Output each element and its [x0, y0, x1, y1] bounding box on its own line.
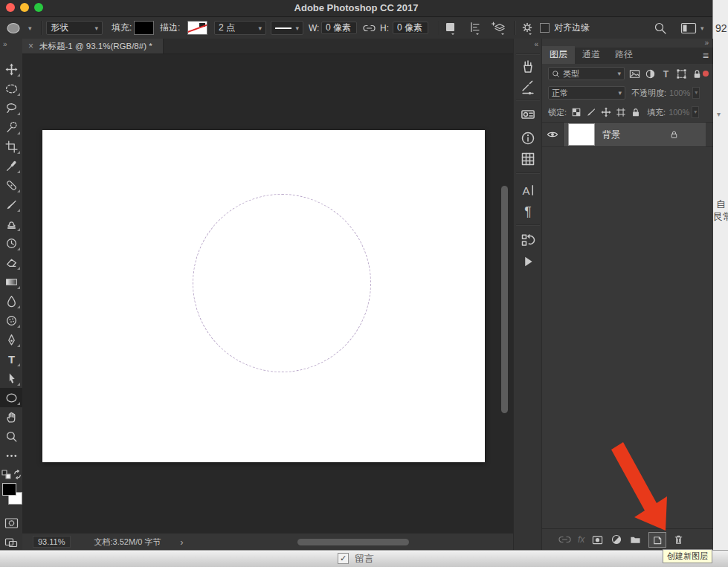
swatches-panel-icon[interactable] [521, 152, 535, 166]
chevron-down-icon[interactable]: ▾ [692, 87, 700, 99]
document-size-info: 文档:3.52M/0 字节 [94, 537, 161, 548]
document-tab-bar: × 未标题-1 @ 93.1%(RGB/8#) * [22, 39, 513, 54]
stroke-style-select[interactable]: ▾ [271, 17, 303, 39]
zoom-level-input[interactable]: 93.11% [33, 536, 71, 548]
geometry-options-button[interactable] [521, 17, 534, 39]
gradient-tool[interactable] [0, 272, 22, 291]
actions-panel-icon[interactable] [521, 254, 535, 269]
character-panel-icon[interactable]: A [521, 183, 535, 198]
layer-row-background[interactable]: 背景 [542, 122, 713, 147]
fill-color-swatch[interactable] [134, 17, 154, 39]
filter-toggle-light[interactable] [703, 71, 709, 77]
panel-menu-icon[interactable]: ≡ [703, 50, 709, 62]
clone-stamp-tool[interactable] [0, 214, 22, 233]
lock-all-icon[interactable] [631, 107, 641, 117]
link-layers-button[interactable] [558, 535, 571, 544]
quick-mask-button[interactable] [0, 514, 22, 532]
search-button[interactable] [654, 17, 667, 39]
status-options-chevron[interactable]: › [180, 537, 183, 548]
filter-adjustment-layers-icon[interactable] [645, 68, 656, 80]
delete-layer-button[interactable] [673, 534, 684, 545]
opacity-value[interactable]: 100% [669, 88, 690, 97]
chevron-down-icon: ▾ [697, 25, 704, 32]
filter-smart-objects-icon[interactable] [692, 68, 703, 80]
eyedropper-tool[interactable] [0, 156, 22, 175]
close-tab-icon[interactable]: × [28, 41, 33, 51]
filter-type-layers-icon[interactable]: T [660, 68, 671, 80]
eraser-tool[interactable] [0, 253, 22, 272]
document-tab[interactable]: × 未标题-1 @ 93.1%(RGB/8#) * [22, 39, 164, 54]
fill-value[interactable]: 100% [669, 108, 689, 117]
svg-text:¶: ¶ [524, 204, 531, 219]
new-adjustment-layer-button[interactable] [611, 534, 622, 545]
align-edges-checkbox[interactable]: 对齐边缘 [540, 17, 590, 39]
new-layer-button[interactable] [648, 532, 666, 548]
tool-preset-dropdown[interactable]: ▾ [5, 17, 32, 39]
panels-collapse-toggle[interactable]: « [534, 40, 538, 48]
ellipse-tool[interactable] [0, 388, 22, 407]
vertical-scrollbar[interactable] [501, 186, 508, 413]
blur-tool[interactable] [0, 291, 22, 311]
history-panel-icon[interactable] [521, 233, 535, 247]
filter-type-select[interactable]: 类型 ▾ [548, 67, 625, 80]
marquee-tool[interactable] [0, 79, 22, 98]
history-brush-tool[interactable] [0, 233, 22, 253]
canvas[interactable] [42, 130, 485, 462]
toolbar-expand-toggle[interactable]: » [0, 39, 22, 51]
zoom-tool[interactable] [0, 427, 22, 446]
path-arrangement-button[interactable] [492, 17, 506, 39]
lock-artboard-icon[interactable] [616, 107, 626, 117]
tool-mode-select[interactable]: 形状 ▾ [46, 17, 103, 39]
screen-mode-button[interactable] [0, 534, 22, 551]
layer-thumbnail[interactable] [568, 123, 595, 146]
tab-layers[interactable]: 图层 [542, 46, 575, 64]
lock-transparency-icon[interactable] [571, 107, 582, 117]
path-operations-button[interactable] [445, 17, 457, 39]
checkbox-icon [540, 23, 550, 33]
photoshop-window: Adobe Photoshop CC 2017 ▾ 形状 ▾ 填充: 描边 [0, 0, 712, 550]
brushes-panel-icon[interactable] [521, 59, 535, 74]
foreground-color-swatch[interactable] [2, 483, 16, 496]
layer-style-button[interactable]: fx [578, 534, 584, 545]
paragraph-panel-icon[interactable]: ¶ [521, 204, 535, 219]
chevron-down-icon[interactable]: ▾ [692, 106, 699, 118]
width-input[interactable]: 0 像素 [321, 17, 357, 39]
lasso-tool[interactable] [0, 98, 22, 117]
link-dimensions-button[interactable] [363, 17, 376, 39]
hand-tool[interactable] [0, 407, 22, 427]
clone-source-panel-icon[interactable] [521, 107, 535, 122]
workspace-switcher[interactable]: ▾ [680, 17, 704, 39]
type-tool[interactable]: T [0, 349, 22, 369]
crop-tool[interactable] [0, 137, 22, 156]
comment-checkbox[interactable]: ✓ [338, 553, 349, 564]
panel-expand-toggle[interactable]: » [704, 39, 709, 47]
brush-tool[interactable] [0, 195, 22, 214]
path-alignment-button[interactable] [469, 17, 481, 39]
brush-settings-panel-icon[interactable] [521, 80, 535, 95]
stroke-width-select[interactable]: 2 点 ▾ [214, 17, 266, 39]
dodge-tool[interactable] [0, 311, 22, 330]
add-layer-mask-button[interactable] [591, 534, 604, 545]
more-tools[interactable] [0, 446, 22, 465]
healing-brush-tool[interactable] [0, 175, 22, 195]
swap-colors-icon[interactable] [13, 470, 22, 479]
default-colors-icon[interactable] [1, 470, 12, 480]
lock-pixels-icon[interactable] [586, 107, 596, 117]
move-tool[interactable] [0, 59, 22, 79]
tab-channels[interactable]: 通道 [575, 46, 608, 64]
pen-tool[interactable] [0, 330, 22, 349]
path-selection-tool[interactable] [0, 369, 22, 388]
quick-selection-tool[interactable] [0, 117, 22, 137]
filter-pixel-layers-icon[interactable] [629, 68, 640, 80]
horizontal-scrollbar[interactable] [297, 539, 409, 545]
lock-position-icon[interactable] [601, 107, 611, 117]
filter-shape-layers-icon[interactable] [676, 68, 687, 80]
blend-mode-select[interactable]: 正常 ▾ [548, 86, 625, 100]
info-panel-icon[interactable] [521, 131, 535, 146]
layer-selected-area[interactable]: 背景 [564, 123, 706, 146]
stroke-color-swatch[interactable] [187, 17, 207, 39]
tab-paths[interactable]: 路径 [608, 46, 640, 64]
new-group-button[interactable] [629, 534, 642, 545]
layer-visibility-toggle[interactable] [542, 123, 564, 146]
height-input[interactable]: 0 像素 [393, 17, 428, 39]
